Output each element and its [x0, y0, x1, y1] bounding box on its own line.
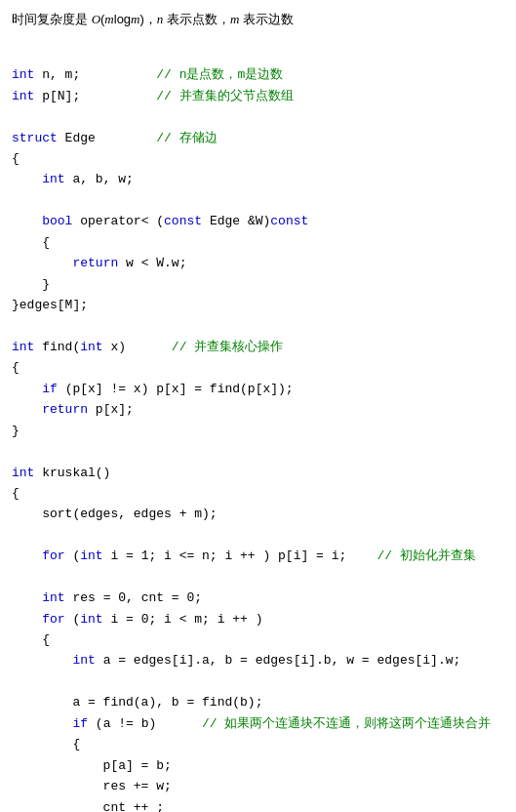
- code-area: int n, m; // n是点数，m是边数 int p[N]; // 并查集的…: [12, 44, 504, 812]
- header-comment: 时间复杂度是 O(mlogm)，n 表示点数，m 表示边数: [12, 10, 504, 30]
